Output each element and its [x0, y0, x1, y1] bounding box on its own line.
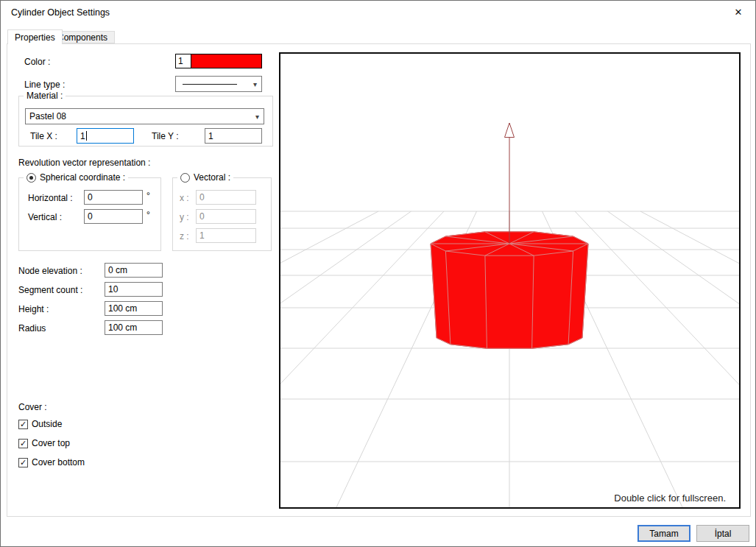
- tile-y-input[interactable]: 1: [205, 128, 262, 144]
- line-type-sample: [183, 84, 237, 85]
- color-picker[interactable]: 1: [175, 54, 262, 68]
- z-input: 1: [196, 228, 256, 243]
- material-group-caption: Material :: [24, 91, 66, 101]
- z-label: z :: [180, 231, 189, 241]
- material-group-label: Material :: [27, 91, 63, 101]
- degree-symbol: °: [146, 191, 150, 201]
- y-input: 0: [196, 209, 256, 224]
- x-input: 0: [196, 190, 256, 205]
- x-label: x :: [180, 193, 189, 203]
- spherical-radio[interactable]: [27, 173, 36, 183]
- checkbox-label: Cover bottom: [32, 457, 85, 467]
- material-combobox[interactable]: Pastel 08 ▾: [25, 108, 264, 124]
- vectoral-radio[interactable]: [180, 173, 190, 183]
- vectoral-caption: Vectoral :: [177, 172, 233, 183]
- checkbox-cover-top[interactable]: ✓ Cover top: [18, 438, 70, 448]
- revolution-label: Revolution vector representation :: [18, 158, 150, 168]
- titlebar: Cylinder Object Settings ✕: [1, 1, 755, 24]
- spherical-caption: Spherical coordinate :: [24, 172, 128, 183]
- cancel-button[interactable]: İptal: [696, 525, 749, 542]
- vertical-input[interactable]: 0: [84, 209, 143, 224]
- chevron-down-icon: ▾: [249, 80, 261, 88]
- checkbox-box: ✓: [18, 420, 28, 429]
- checkbox-label: Cover top: [32, 438, 70, 448]
- axis-arrow-icon: [505, 123, 515, 138]
- color-label: Color :: [24, 57, 50, 67]
- tile-x-input[interactable]: 1: [77, 128, 134, 144]
- chevron-down-icon: ▾: [251, 113, 264, 121]
- ok-button[interactable]: Tamam: [637, 525, 690, 542]
- material-value: Pastel 08: [29, 111, 66, 121]
- radius-label: Radius: [18, 323, 46, 334]
- checkbox-box: ✓: [18, 458, 28, 467]
- line-type-combobox[interactable]: ▾: [175, 76, 262, 92]
- tab-components-label: Components: [57, 32, 107, 43]
- line-type-label: Line type :: [24, 80, 65, 90]
- tab-properties[interactable]: Properties: [7, 29, 63, 44]
- cylinder-object-settings-dialog: Cylinder Object Settings ✕ Properties Co…: [0, 0, 756, 547]
- horizontal-input[interactable]: 0: [84, 190, 143, 205]
- segment-count-label: Segment count :: [18, 285, 82, 295]
- checkbox-box: ✓: [18, 439, 28, 448]
- check-icon: ✓: [20, 459, 27, 467]
- degree-symbol: °: [146, 210, 150, 220]
- checkbox-cover-bottom[interactable]: ✓ Cover bottom: [18, 457, 85, 467]
- checkbox-label: Outside: [32, 419, 62, 429]
- tab-properties-label: Properties: [15, 32, 55, 43]
- y-label: y :: [180, 212, 189, 222]
- spherical-label: Spherical coordinate :: [40, 172, 125, 183]
- tile-x-label: Tile X :: [30, 131, 57, 141]
- vectoral-label: Vectoral :: [194, 172, 230, 183]
- window-title: Cylinder Object Settings: [11, 7, 110, 18]
- revolution-axis: [505, 123, 515, 244]
- tile-y-label: Tile Y :: [152, 131, 178, 141]
- check-icon: ✓: [20, 420, 27, 428]
- fullscreen-hint: Double click for fullscreen.: [614, 493, 726, 504]
- radius-input[interactable]: 100 cm: [105, 320, 163, 335]
- check-icon: ✓: [20, 440, 27, 448]
- horizontal-label: Horizontal :: [28, 193, 73, 203]
- close-button[interactable]: ✕: [721, 1, 755, 24]
- node-elevation-input[interactable]: 0 cm: [105, 263, 163, 278]
- text-caret: [86, 131, 87, 141]
- height-input[interactable]: 100 cm: [105, 301, 163, 316]
- node-elevation-label: Node elevation :: [18, 266, 82, 276]
- color-index: 1: [176, 54, 191, 68]
- cover-label: Cover :: [18, 402, 47, 412]
- cylinder-mesh: [431, 232, 588, 349]
- color-swatch: [191, 54, 261, 68]
- checkbox-outside[interactable]: ✓ Outside: [18, 419, 62, 429]
- preview-canvas: [280, 54, 739, 507]
- close-icon: ✕: [735, 7, 743, 18]
- vertical-label: Vertical :: [28, 212, 62, 222]
- segment-count-input[interactable]: 10: [105, 282, 163, 297]
- preview-viewport[interactable]: Double click for fullscreen.: [279, 52, 741, 509]
- height-label: Height :: [18, 304, 49, 314]
